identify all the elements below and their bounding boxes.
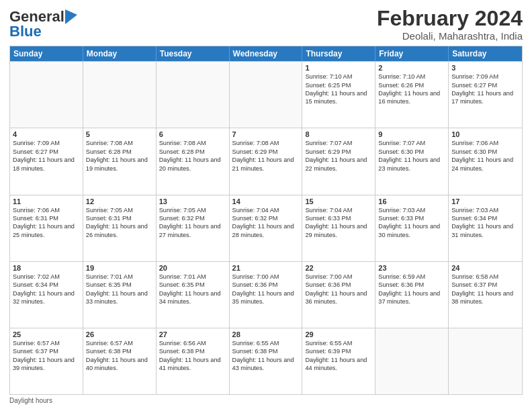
daylight-text: Daylight: 11 hours and 24 minutes. <box>451 156 519 173</box>
daylight-text: Daylight: 11 hours and 30 minutes. <box>378 222 445 239</box>
day-number: 29 <box>305 330 372 338</box>
sunset-text: Sunset: 6:35 PM <box>159 281 226 289</box>
day-number: 26 <box>86 330 153 338</box>
daylight-text: Daylight: 11 hours and 27 minutes. <box>159 222 226 239</box>
sunrise-text: Sunrise: 7:03 AM <box>451 206 519 214</box>
sunrise-text: Sunrise: 7:01 AM <box>86 273 153 281</box>
cal-cell-day-29: 29Sunrise: 6:55 AMSunset: 6:39 PMDayligh… <box>302 328 375 394</box>
sunset-text: Sunset: 6:25 PM <box>305 81 372 89</box>
sunrise-text: Sunrise: 7:07 AM <box>305 139 372 147</box>
cal-cell-day-13: 13Sunrise: 7:05 AMSunset: 6:32 PMDayligh… <box>157 195 230 261</box>
cal-header-saturday: Saturday <box>449 46 522 61</box>
sunrise-text: Sunrise: 7:08 AM <box>86 139 153 147</box>
day-number: 4 <box>13 130 80 138</box>
day-number: 16 <box>378 197 445 205</box>
daylight-text: Daylight: 11 hours and 32 minutes. <box>13 289 80 306</box>
cal-cell-empty <box>83 62 157 128</box>
cal-header-monday: Monday <box>83 46 157 61</box>
cal-cell-day-8: 8Sunrise: 7:07 AMSunset: 6:29 PMDaylight… <box>302 128 375 194</box>
sunrise-text: Sunrise: 7:10 AM <box>378 73 445 81</box>
daylight-text: Daylight: 11 hours and 44 minutes. <box>305 356 372 373</box>
daylight-text: Daylight: 11 hours and 40 minutes. <box>86 356 153 373</box>
sunset-text: Sunset: 6:30 PM <box>378 148 445 156</box>
cal-cell-day-7: 7Sunrise: 7:08 AMSunset: 6:29 PMDaylight… <box>230 128 303 194</box>
day-number: 9 <box>378 130 445 138</box>
logo: General Blue <box>9 9 77 39</box>
sunset-text: Sunset: 6:32 PM <box>159 214 226 222</box>
daylight-text: Daylight: 11 hours and 35 minutes. <box>232 289 300 306</box>
day-number: 24 <box>451 264 519 272</box>
cal-cell-day-23: 23Sunrise: 6:59 AMSunset: 6:36 PMDayligh… <box>375 262 449 328</box>
sunrise-text: Sunrise: 7:01 AM <box>159 273 226 281</box>
cal-cell-day-21: 21Sunrise: 7:00 AMSunset: 6:36 PMDayligh… <box>230 262 303 328</box>
daylight-text: Daylight: 11 hours and 39 minutes. <box>13 356 80 373</box>
sunrise-text: Sunrise: 7:07 AM <box>378 139 445 147</box>
cal-cell-day-16: 16Sunrise: 7:03 AMSunset: 6:33 PMDayligh… <box>375 195 449 261</box>
sunset-text: Sunset: 6:33 PM <box>378 214 445 222</box>
sunset-text: Sunset: 6:26 PM <box>378 81 445 89</box>
cal-cell-day-6: 6Sunrise: 7:08 AMSunset: 6:28 PMDaylight… <box>157 128 230 194</box>
sunset-text: Sunset: 6:31 PM <box>13 214 80 222</box>
calendar-header-row: SundayMondayTuesdayWednesdayThursdayFrid… <box>10 46 522 61</box>
cal-cell-day-18: 18Sunrise: 7:02 AMSunset: 6:34 PMDayligh… <box>10 262 83 328</box>
day-number: 7 <box>232 130 300 138</box>
day-number: 21 <box>232 264 300 272</box>
cal-cell-empty <box>230 62 303 128</box>
cal-row-2: 11Sunrise: 7:06 AMSunset: 6:31 PMDayligh… <box>10 195 522 261</box>
logo-blue: Blue <box>9 23 42 40</box>
day-number: 25 <box>13 330 80 338</box>
sunrise-text: Sunrise: 7:09 AM <box>451 73 519 81</box>
cal-cell-empty <box>10 62 83 128</box>
sunrise-text: Sunrise: 7:04 AM <box>305 206 372 214</box>
cal-row-4: 25Sunrise: 6:57 AMSunset: 6:37 PMDayligh… <box>10 328 522 394</box>
day-number: 3 <box>451 64 519 72</box>
cal-cell-day-9: 9Sunrise: 7:07 AMSunset: 6:30 PMDaylight… <box>375 128 449 194</box>
day-number: 20 <box>159 264 226 272</box>
sunset-text: Sunset: 6:27 PM <box>451 81 519 89</box>
cal-cell-day-4: 4Sunrise: 7:09 AMSunset: 6:27 PMDaylight… <box>10 128 83 194</box>
title-block: February 2024 Deolali, Maharashtra, Indi… <box>377 7 523 42</box>
header: General Blue February 2024 Deolali, Maha… <box>9 7 523 42</box>
sunrise-text: Sunrise: 6:57 AM <box>13 339 80 347</box>
sunrise-text: Sunrise: 6:55 AM <box>232 339 300 347</box>
sunset-text: Sunset: 6:27 PM <box>13 148 80 156</box>
sunset-text: Sunset: 6:37 PM <box>13 347 80 355</box>
cal-cell-day-5: 5Sunrise: 7:08 AMSunset: 6:28 PMDaylight… <box>83 128 157 194</box>
sunset-text: Sunset: 6:31 PM <box>86 214 153 222</box>
day-number: 12 <box>86 197 153 205</box>
cal-cell-day-17: 17Sunrise: 7:03 AMSunset: 6:34 PMDayligh… <box>449 195 522 261</box>
cal-header-tuesday: Tuesday <box>157 46 230 61</box>
sunrise-text: Sunrise: 6:59 AM <box>378 273 445 281</box>
cal-cell-day-1: 1Sunrise: 7:10 AMSunset: 6:25 PMDaylight… <box>302 62 375 128</box>
sunset-text: Sunset: 6:36 PM <box>232 281 300 289</box>
day-number: 23 <box>378 264 445 272</box>
cal-cell-empty <box>449 328 522 394</box>
daylight-text: Daylight: 11 hours and 43 minutes. <box>232 356 300 373</box>
main-title: February 2024 <box>377 7 523 30</box>
cal-header-sunday: Sunday <box>10 46 83 61</box>
cal-cell-day-22: 22Sunrise: 7:00 AMSunset: 6:36 PMDayligh… <box>302 262 375 328</box>
subtitle: Deolali, Maharashtra, India <box>377 30 523 42</box>
cal-cell-day-27: 27Sunrise: 6:56 AMSunset: 6:38 PMDayligh… <box>157 328 230 394</box>
sunset-text: Sunset: 6:37 PM <box>451 281 519 289</box>
svg-marker-0 <box>65 9 77 24</box>
day-number: 14 <box>232 197 300 205</box>
sunset-text: Sunset: 6:30 PM <box>451 148 519 156</box>
daylight-text: Daylight: 11 hours and 22 minutes. <box>305 156 372 173</box>
sunrise-text: Sunrise: 7:04 AM <box>232 206 300 214</box>
cal-cell-day-2: 2Sunrise: 7:10 AMSunset: 6:26 PMDaylight… <box>375 62 449 128</box>
sunset-text: Sunset: 6:29 PM <box>305 148 372 156</box>
cal-cell-day-12: 12Sunrise: 7:05 AMSunset: 6:31 PMDayligh… <box>83 195 157 261</box>
cal-cell-day-26: 26Sunrise: 6:57 AMSunset: 6:38 PMDayligh… <box>83 328 157 394</box>
day-number: 17 <box>451 197 519 205</box>
daylight-text: Daylight: 11 hours and 33 minutes. <box>86 289 153 306</box>
sunset-text: Sunset: 6:38 PM <box>232 347 300 355</box>
day-number: 11 <box>13 197 80 205</box>
sunset-text: Sunset: 6:38 PM <box>86 347 153 355</box>
sunset-text: Sunset: 6:32 PM <box>232 214 300 222</box>
cal-cell-day-15: 15Sunrise: 7:04 AMSunset: 6:33 PMDayligh… <box>302 195 375 261</box>
day-number: 8 <box>305 130 372 138</box>
daylight-text: Daylight: 11 hours and 21 minutes. <box>232 156 300 173</box>
sunrise-text: Sunrise: 7:08 AM <box>232 139 300 147</box>
calendar: SundayMondayTuesdayWednesdayThursdayFrid… <box>9 46 523 395</box>
